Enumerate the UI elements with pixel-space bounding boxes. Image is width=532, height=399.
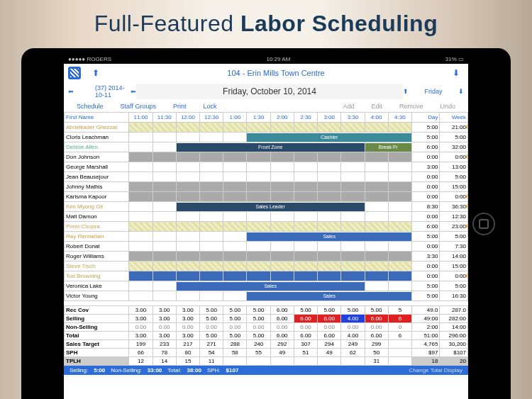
add-button[interactable]: Add: [334, 103, 362, 110]
time-cell[interactable]: [200, 291, 223, 301]
remove-button[interactable]: Remove: [391, 103, 432, 110]
staff-name[interactable]: Ray Rennahan: [65, 232, 129, 242]
time-cell[interactable]: [153, 133, 176, 142]
staff-name[interactable]: Robert Donat: [65, 242, 129, 252]
time-cell[interactable]: [365, 172, 388, 182]
time-cell[interactable]: [294, 182, 317, 192]
time-cell[interactable]: [388, 202, 411, 212]
staff-name[interactable]: Matt Damon: [65, 212, 129, 222]
time-cell[interactable]: [129, 142, 153, 152]
time-cell[interactable]: [294, 271, 317, 281]
schedule-button[interactable]: Schedule: [68, 103, 112, 110]
time-cell[interactable]: [294, 123, 317, 133]
staff-name[interactable]: George Marshall: [65, 162, 129, 172]
time-cell[interactable]: [247, 162, 270, 172]
time-cell[interactable]: [129, 212, 153, 222]
time-cell[interactable]: [294, 152, 317, 162]
time-cell[interactable]: [223, 182, 247, 192]
staff-name[interactable]: Johnny Mathis: [65, 182, 129, 192]
time-cell[interactable]: [176, 222, 199, 232]
time-cell[interactable]: [200, 162, 223, 172]
time-cell[interactable]: [270, 242, 294, 252]
staff-name[interactable]: Tod Browning: [65, 271, 129, 281]
time-cell[interactable]: [176, 242, 199, 252]
col-time[interactable]: 11:30: [153, 113, 176, 123]
time-cell[interactable]: [270, 222, 294, 232]
time-cell[interactable]: [176, 192, 199, 202]
shift-bar[interactable]: Sales: [176, 281, 365, 291]
time-cell[interactable]: [247, 252, 270, 262]
time-cell[interactable]: [129, 242, 153, 252]
time-cell[interactable]: [223, 192, 247, 202]
time-cell[interactable]: [129, 172, 153, 182]
time-cell[interactable]: [153, 172, 176, 182]
time-cell[interactable]: [270, 271, 294, 281]
time-cell[interactable]: [388, 281, 411, 291]
time-cell[interactable]: [223, 212, 247, 222]
time-cell[interactable]: [388, 192, 411, 202]
change-total-button[interactable]: Change Total Display: [406, 367, 465, 373]
time-cell[interactable]: [365, 162, 388, 172]
staff-name[interactable]: Karisma Kapoor: [65, 192, 129, 202]
time-cell[interactable]: [223, 252, 247, 262]
col-time[interactable]: 2:00: [270, 113, 294, 123]
time-cell[interactable]: [176, 232, 199, 242]
staff-name[interactable]: Don Johnson: [65, 152, 129, 162]
time-cell[interactable]: [388, 123, 411, 133]
time-cell[interactable]: [176, 133, 199, 142]
time-cell[interactable]: [176, 172, 199, 182]
time-cell[interactable]: [365, 152, 388, 162]
time-cell[interactable]: [223, 172, 247, 182]
time-cell[interactable]: [200, 242, 223, 252]
time-cell[interactable]: [153, 142, 176, 152]
undo-button[interactable]: Undo: [431, 103, 464, 110]
time-cell[interactable]: [318, 222, 341, 232]
time-cell[interactable]: [365, 252, 388, 262]
time-cell[interactable]: [388, 182, 411, 192]
time-cell[interactable]: [153, 162, 176, 172]
time-cell[interactable]: [153, 232, 176, 242]
time-cell[interactable]: [200, 271, 223, 281]
staff-name[interactable]: Steve Tisch: [65, 262, 129, 271]
time-cell[interactable]: [200, 262, 223, 271]
time-cell[interactable]: [223, 262, 247, 271]
time-cell[interactable]: [388, 242, 411, 252]
time-cell[interactable]: [318, 271, 341, 281]
time-cell[interactable]: [388, 262, 411, 271]
col-time[interactable]: 1:30: [247, 113, 270, 123]
time-cell[interactable]: [294, 252, 317, 262]
time-cell[interactable]: [365, 202, 388, 212]
schedule-table[interactable]: First Name11:0011:3012:0012:301:001:302:…: [64, 112, 468, 301]
time-cell[interactable]: [129, 252, 153, 262]
staff-name[interactable]: Veronica Lake: [65, 281, 129, 291]
home-button[interactable]: [472, 213, 495, 235]
prev-week-icon[interactable]: ⬅: [68, 88, 74, 95]
time-cell[interactable]: [270, 152, 294, 162]
next-day-icon[interactable]: ⬆: [403, 88, 409, 95]
time-cell[interactable]: [153, 291, 176, 301]
time-cell[interactable]: [247, 172, 270, 182]
time-cell[interactable]: [318, 152, 341, 162]
time-cell[interactable]: [365, 281, 388, 291]
time-cell[interactable]: [129, 123, 153, 133]
time-cell[interactable]: [270, 212, 294, 222]
time-cell[interactable]: [129, 281, 153, 291]
time-cell[interactable]: [388, 222, 411, 232]
time-cell[interactable]: [153, 252, 176, 262]
time-cell[interactable]: [153, 123, 176, 133]
time-cell[interactable]: [341, 162, 365, 172]
time-cell[interactable]: [247, 222, 270, 232]
shift-bar[interactable]: Sales Leader: [176, 202, 365, 212]
time-cell[interactable]: [270, 182, 294, 192]
time-cell[interactable]: [294, 222, 317, 232]
lock-button[interactable]: Lock: [194, 103, 225, 110]
shift-bar[interactable]: Cashier: [247, 133, 412, 142]
app-logo-icon[interactable]: [68, 67, 81, 79]
time-cell[interactable]: [341, 252, 365, 262]
staff-groups-button[interactable]: Staff Groups: [112, 103, 165, 110]
time-cell[interactable]: [153, 281, 176, 291]
col-time[interactable]: 4:30: [388, 113, 411, 123]
col-time[interactable]: 2:30: [294, 113, 317, 123]
time-cell[interactable]: [153, 271, 176, 281]
time-cell[interactable]: [388, 162, 411, 172]
